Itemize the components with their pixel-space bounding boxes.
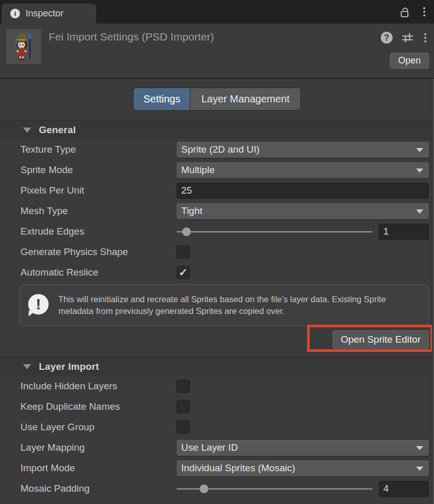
chevron-down-icon [416,446,423,450]
mosaic-padding-slider[interactable] [177,481,373,497]
tab-layer-management[interactable]: Layer Management [190,88,300,110]
check-icon: ✓ [179,267,188,278]
row-generate-physics-shape: Generate Physics Shape ✓ [0,242,434,262]
field-label: Pixels Per Unit [20,185,177,196]
generate-physics-shape-checkbox[interactable]: ✓ [177,245,190,259]
row-automatic-reslice: Automatic Reslice ✓ [0,262,434,283]
field-label: Use Layer Group [20,422,177,433]
row-keep-duplicate-names: Keep Duplicate Names ✓ [0,396,434,417]
inspector-header: Fei Import Settings (PSD Importer) ? Ope… [0,24,434,79]
row-texture-type: Texture Type Sprite (2D and UI) [0,139,434,160]
chevron-down-icon [416,209,423,214]
texture-type-dropdown[interactable]: Sprite (2D and UI) [177,142,429,158]
section-header-layer-import[interactable]: Layer Import [0,356,434,376]
field-label: Layer Mapping [20,442,177,453]
scrollbar[interactable] [432,79,434,504]
field-label: Keep Duplicate Names [20,401,177,412]
use-layer-group-checkbox[interactable]: ✓ [177,421,190,434]
extrude-edges-slider[interactable] [177,224,373,240]
row-use-layer-group: Use Layer Group ✓ [0,417,434,437]
slider-knob[interactable] [182,227,191,236]
slider-track [177,231,373,233]
section-header-general[interactable]: General [0,120,434,139]
row-mosaic-padding: Mosaic Padding [0,478,434,499]
section-title: Layer Import [39,361,99,372]
helpbox-text: This will reinitialize and recreate all … [58,293,399,317]
info-helpbox: ! This will reinitialize and recreate al… [19,284,429,326]
chevron-down-icon [416,169,423,173]
open-sprite-editor-row: Open Sprite Editor [0,328,434,354]
field-label: Texture Type [20,144,177,155]
foldout-arrow-icon [23,128,31,133]
row-extrude-edges: Extrude Edges [0,221,434,242]
open-button[interactable]: Open [390,53,429,69]
include-hidden-layers-checkbox[interactable]: ✓ [177,380,190,393]
row-pixels-per-unit: Pixels Per Unit [0,180,434,201]
row-sprite-mode: Sprite Mode Multiple [0,160,434,180]
window-tab-bar: i Inspector [0,0,434,24]
info-icon: i [10,9,20,18]
row-layer-mapping: Layer Mapping Use Layer ID [0,437,434,458]
chevron-down-icon [416,148,423,152]
row-import-mode: Import Mode Individual Sprites (Mosaic) [0,458,434,478]
field-label: Automatic Reslice [20,267,177,278]
help-icon[interactable]: ? [381,32,393,44]
keep-duplicate-names-checkbox[interactable]: ✓ [177,400,190,413]
header-menu-icon[interactable] [423,32,428,44]
field-label: Extrude Edges [20,226,177,237]
presets-icon[interactable] [400,30,415,45]
row-include-hidden-layers: Include Hidden Layers ✓ [0,376,434,396]
section-title: General [39,124,76,136]
warning-icon: ! [28,294,50,317]
open-sprite-editor-button[interactable]: Open Sprite Editor [333,330,429,349]
mosaic-padding-input[interactable] [379,481,429,497]
unlock-icon[interactable] [398,5,411,19]
character-sprite-thumbnail [6,29,41,64]
extrude-edges-input[interactable] [379,224,429,240]
field-label: Mesh Type [20,205,177,217]
mesh-type-dropdown[interactable]: Tight [177,203,429,219]
automatic-reslice-checkbox[interactable]: ✓ [177,266,190,279]
tab-settings[interactable]: Settings [134,88,190,110]
field-label: Generate Physics Shape [20,246,177,258]
pixels-per-unit-input[interactable] [177,183,429,199]
row-mesh-type: Mesh Type Tight [0,201,434,221]
inspector-tab-label: Inspector [26,8,63,19]
field-label: Include Hidden Layers [20,381,177,392]
mode-tab-bar: Settings Layer Management [0,79,434,120]
window-menu-icon[interactable] [422,6,427,18]
slider-knob[interactable] [200,485,208,493]
inspector-tab[interactable]: i Inspector [2,4,96,24]
sprite-mode-dropdown[interactable]: Multiple [177,162,429,178]
layer-mapping-dropdown[interactable]: Use Layer ID [177,440,429,456]
chevron-down-icon [416,467,423,471]
field-label: Mosaic Padding [20,483,177,494]
import-mode-dropdown[interactable]: Individual Sprites (Mosaic) [177,460,429,476]
asset-title: Fei Import Settings (PSD Importer) [49,31,214,43]
field-label: Import Mode [20,463,177,474]
foldout-arrow-icon [23,364,31,369]
field-label: Sprite Mode [20,164,177,176]
